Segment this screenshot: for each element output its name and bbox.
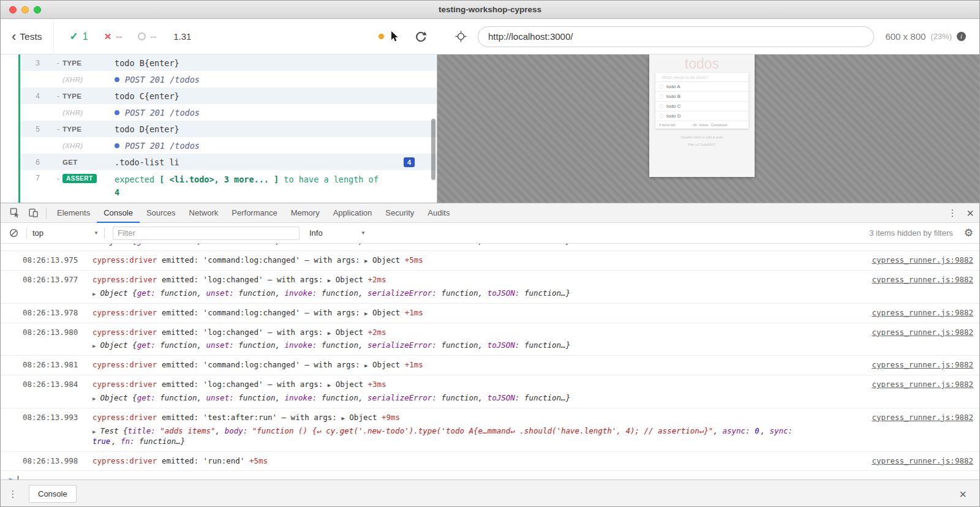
source-link[interactable]: cypress_runner.js:9882 xyxy=(872,275,973,285)
console-message: 08:26:13.998cypress:driver emitted: 'run… xyxy=(1,452,979,471)
console-message-clipped: ▶Object {get: function, unset: function,… xyxy=(1,244,979,251)
tab-console[interactable]: Console xyxy=(97,203,140,223)
expand-triangle-icon[interactable]: ▶ xyxy=(92,429,96,435)
tab-performance[interactable]: Performance xyxy=(225,203,284,223)
clear-console-button[interactable] xyxy=(7,228,21,238)
source-link[interactable]: cypress_runner.js:9882 xyxy=(872,413,973,423)
aut-header: 600 x 800 (23%) i xyxy=(437,19,979,54)
xhr-row[interactable]: (XHR) POST 201 /todos xyxy=(1,137,437,154)
devtools-close-button[interactable]: × xyxy=(961,207,979,219)
element-count-badge: 4 xyxy=(404,157,415,167)
tab-memory[interactable]: Memory xyxy=(284,203,326,223)
log-timestamp: 08:26:13.978 xyxy=(23,308,92,318)
tab-elements[interactable]: Elements xyxy=(50,203,97,223)
expand-triangle-icon[interactable]: ▶ xyxy=(92,291,96,297)
console-settings-gear-icon[interactable]: ⚙ xyxy=(964,228,973,238)
command-row[interactable]: 6 GET .todo-list li 4 xyxy=(1,154,437,170)
close-window-button[interactable] xyxy=(9,6,17,13)
drawer-tab-console[interactable]: Console xyxy=(29,485,77,503)
xhr-message: POST 201 /todos xyxy=(125,75,200,85)
command-row[interactable]: 4 -TYPE todo C{enter} xyxy=(1,88,437,104)
tab-security[interactable]: Security xyxy=(379,203,421,223)
minimize-window-button[interactable] xyxy=(21,6,29,13)
child-dash: - xyxy=(57,59,62,67)
viewport-info-icon[interactable]: i xyxy=(957,32,966,41)
console-log: ▶Object {get: function, unset: function,… xyxy=(1,244,979,479)
expand-triangle-icon[interactable]: ▶ xyxy=(92,343,96,349)
console-message: 08:26:13.977cypress:driver emitted: 'log… xyxy=(1,271,979,304)
todo-item[interactable]: todo C xyxy=(655,102,748,111)
command-method: TYPE xyxy=(62,92,81,100)
todo-item[interactable]: todo A xyxy=(655,82,748,92)
todo-label: todo D xyxy=(666,111,681,121)
main-split: 3 -TYPE todo B{enter} (XHR) POST 201 /to… xyxy=(1,54,979,203)
todo-toggle-icon[interactable] xyxy=(659,104,663,108)
inspect-icon xyxy=(10,208,20,218)
tab-application[interactable]: Application xyxy=(326,203,379,223)
child-dash: - xyxy=(57,125,62,133)
filter-all[interactable]: All xyxy=(693,123,696,127)
row-gutter xyxy=(1,154,18,170)
source-link[interactable]: cypress_runner.js:9882 xyxy=(872,456,973,467)
drawer-close-button[interactable]: × xyxy=(954,488,972,500)
filter-completed[interactable]: Completed xyxy=(711,123,728,127)
drawer-menu-button[interactable]: ⋮ xyxy=(4,489,21,500)
traffic-lights xyxy=(9,1,41,18)
device-toolbar-button[interactable] xyxy=(24,203,42,223)
xhr-row[interactable]: (XHR) POST 201 /todos xyxy=(1,71,437,88)
console-filter-input[interactable] xyxy=(113,227,300,240)
xhr-row[interactable]: (XHR) POST 201 /todos xyxy=(1,104,437,121)
expand-triangle-icon[interactable]: ▶ xyxy=(92,244,96,245)
devtools-menu-button[interactable]: ⋮ xyxy=(944,208,961,219)
tab-sources[interactable]: Sources xyxy=(140,203,183,223)
todo-toggle-icon[interactable] xyxy=(659,85,663,89)
log-text: cypress:driver emitted: 'log:changed' — … xyxy=(92,328,386,337)
log-level-select[interactable]: Info ▼ xyxy=(309,228,366,238)
console-prompt[interactable]: > xyxy=(1,471,979,479)
log-timestamp: 08:26:13.981 xyxy=(23,360,92,370)
command-row[interactable]: 3 -TYPE todo B{enter} xyxy=(1,54,437,71)
command-method: GET xyxy=(62,159,78,166)
object-preview: ▶Object {get: function, unset: function,… xyxy=(92,340,797,351)
source-link[interactable]: cypress_runner.js:9882 xyxy=(872,255,973,266)
todo-label: todo B xyxy=(666,92,680,101)
assert-row[interactable]: 7 -ASSERT expected [ <li.todo>, 3 more..… xyxy=(1,170,437,203)
source-link[interactable]: cypress_runner.js:9882 xyxy=(872,328,973,338)
crosshair-icon xyxy=(455,31,467,42)
console-message: 08:26:13.984cypress:driver emitted: 'log… xyxy=(1,375,979,408)
log-text: cypress:driver emitted: 'run:end' +5ms xyxy=(92,456,268,465)
scrollbar-thumb[interactable] xyxy=(431,119,435,180)
log-text: cypress:driver emitted: 'log:changed' — … xyxy=(92,275,386,284)
row-inner: (XHR) POST 201 /todos xyxy=(18,137,437,154)
selector-playground-button[interactable] xyxy=(455,31,467,42)
url-input[interactable] xyxy=(478,26,874,47)
todo-toggle-icon[interactable] xyxy=(659,114,663,118)
zoom-window-button[interactable] xyxy=(34,6,41,13)
source-link[interactable]: cypress_runner.js:9882 xyxy=(872,360,973,370)
tab-audits[interactable]: Audits xyxy=(421,203,456,223)
failed-count: -- xyxy=(116,31,122,42)
object-preview: ▶Object {get: function, unset: function,… xyxy=(92,288,797,299)
pointer-cursor-icon xyxy=(390,31,399,42)
xhr-message: POST 201 /todos xyxy=(125,108,200,118)
source-link[interactable]: cypress_runner.js:9882 xyxy=(872,380,973,390)
filter-active[interactable]: Active xyxy=(699,123,709,127)
source-link[interactable]: cypress_runner.js:9882 xyxy=(872,308,973,318)
todo-item[interactable]: todo D xyxy=(655,111,748,121)
inspect-element-button[interactable] xyxy=(6,203,24,223)
back-to-tests-button[interactable]: ‹ Tests xyxy=(12,30,42,43)
tab-network[interactable]: Network xyxy=(183,203,225,223)
command-row[interactable]: 5 -TYPE todo D{enter} xyxy=(1,121,437,137)
divider xyxy=(26,228,27,239)
command-number: 4 xyxy=(20,92,41,100)
items-left-label: 4 items left xyxy=(659,123,676,127)
xhr-dot-icon xyxy=(115,77,119,82)
new-todo-input[interactable]: What needs to be done? xyxy=(655,73,748,82)
frame-context-select[interactable]: top ▼ xyxy=(32,228,99,238)
refresh-button[interactable] xyxy=(415,31,427,43)
todo-toggle-icon[interactable] xyxy=(659,94,663,99)
viewport-info: 600 x 800 (23%) i xyxy=(885,31,966,42)
todo-item[interactable]: todo B xyxy=(655,92,748,102)
expand-triangle-icon[interactable]: ▶ xyxy=(92,396,96,402)
assert-badge: ASSERT xyxy=(62,174,97,183)
